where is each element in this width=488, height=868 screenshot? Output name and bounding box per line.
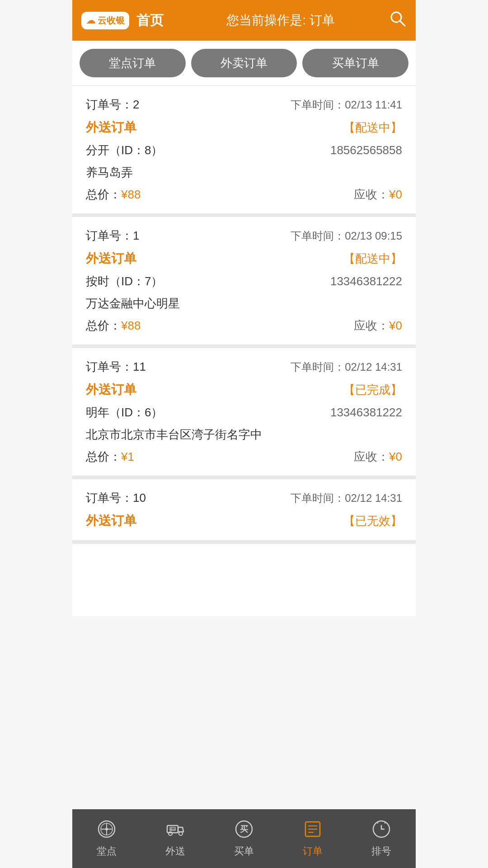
orders-container: 订单号：2 下单时间：02/13 11:41 外送订单 【配送中】 分开（ID：… xyxy=(72,86,416,616)
current-op: 您当前操作是: 订单 xyxy=(173,12,389,29)
header: ☁ 云收银 首页 您当前操作是: 订单 xyxy=(72,0,416,41)
order-phone-1: 18562565858 xyxy=(330,143,402,157)
search-icon[interactable] xyxy=(389,9,407,32)
home-link[interactable]: 首页 xyxy=(136,11,164,30)
order-courier-3: 明年（ID：6） xyxy=(86,405,163,420)
order-address-3: 北京市北京市丰台区湾子街名字中 xyxy=(86,427,262,443)
order-address-1: 养马岛弄 xyxy=(86,165,133,180)
logo-text: 云收银 xyxy=(98,14,125,27)
order-status-2: 【配送中】 xyxy=(343,251,402,267)
order-time-4: 下单时间：02/12 14:31 xyxy=(291,491,402,505)
order-type-3: 外送订单 xyxy=(86,381,136,398)
order-phone-3: 13346381222 xyxy=(330,406,402,420)
order-type-2: 外送订单 xyxy=(86,250,136,267)
order-address-2: 万达金融中心明星 xyxy=(86,296,180,311)
order-price-label-3: 总价：¥1 xyxy=(86,449,134,465)
order-courier-1: 分开（ID：8） xyxy=(86,142,163,158)
order-status-3: 【已完成】 xyxy=(343,382,402,398)
order-courier-2: 按时（ID：7） xyxy=(86,274,163,289)
order-receivable-1: 应收：¥0 xyxy=(354,187,402,203)
svg-line-1 xyxy=(400,21,405,26)
order-phone-2: 13346381222 xyxy=(330,274,402,288)
order-receivable-3: 应收：¥0 xyxy=(354,449,402,465)
cloud-icon: ☁ xyxy=(86,14,96,26)
order-status-4: 【已无效】 xyxy=(343,513,402,529)
logo: ☁ 云收银 xyxy=(81,12,129,29)
order-no-4: 订单号：10 xyxy=(86,490,146,506)
order-no-1: 订单号：2 xyxy=(86,97,139,113)
tab-checkout[interactable]: 买单订单 xyxy=(302,49,408,77)
order-type-4: 外送订单 xyxy=(86,512,136,529)
order-price-label-2: 总价：¥88 xyxy=(86,318,141,334)
order-card-2: 订单号：1 下单时间：02/13 09:15 外送订单 【配送中】 按时（ID：… xyxy=(72,217,416,348)
tab-takeout[interactable]: 外卖订单 xyxy=(191,49,297,77)
order-time-1: 下单时间：02/13 11:41 xyxy=(291,98,402,112)
order-receivable-2: 应收：¥0 xyxy=(354,318,402,334)
order-card-3: 订单号：11 下单时间：02/12 14:31 外送订单 【已完成】 明年（ID… xyxy=(72,348,416,479)
order-status-1: 【配送中】 xyxy=(343,120,402,136)
order-time-2: 下单时间：02/13 09:15 xyxy=(291,229,402,243)
tab-bar: 堂点订单 外卖订单 买单订单 xyxy=(72,41,416,86)
tab-dine-in[interactable]: 堂点订单 xyxy=(80,49,186,77)
order-type-1: 外送订单 xyxy=(86,119,136,136)
order-card-4: 订单号：10 下单时间：02/12 14:31 外送订单 【已无效】 xyxy=(72,479,416,544)
order-price-label-1: 总价：¥88 xyxy=(86,187,141,203)
order-no-2: 订单号：1 xyxy=(86,228,139,244)
order-time-3: 下单时间：02/12 14:31 xyxy=(291,360,402,374)
order-card-1: 订单号：2 下单时间：02/13 11:41 外送订单 【配送中】 分开（ID：… xyxy=(72,86,416,217)
order-no-3: 订单号：11 xyxy=(86,359,146,375)
